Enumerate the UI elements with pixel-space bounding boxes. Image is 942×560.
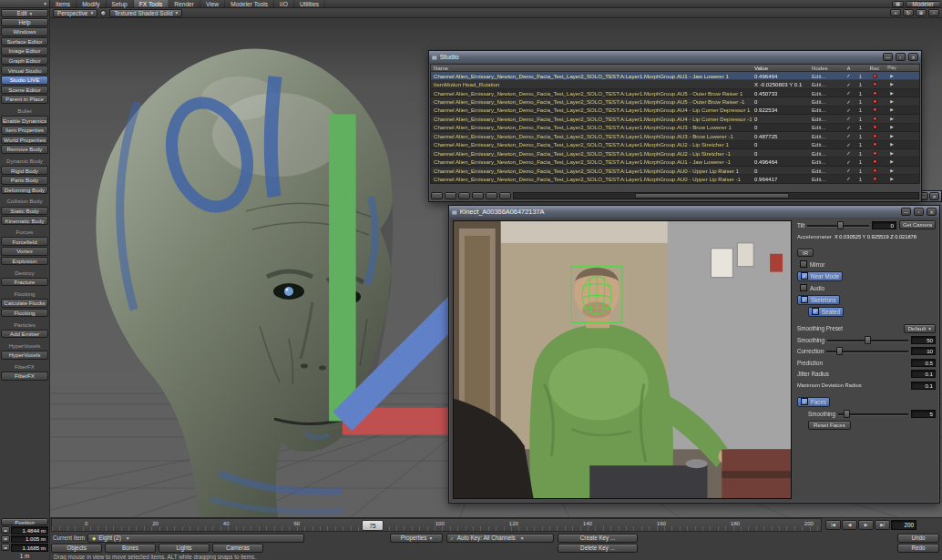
properties-button[interactable]: Properties — [390, 534, 443, 543]
table-row[interactable]: Channel Alien_Emissary_Newton_Demo_Facia… — [431, 158, 919, 166]
position-mode-button[interactable]: Position — [1, 518, 48, 525]
sidebar-item[interactable]: Parts Body — [1, 176, 48, 185]
position-z-field[interactable]: 1.1685 m — [11, 544, 48, 552]
position-x-field[interactable]: 1.4844 m — [11, 526, 48, 535]
check-icon[interactable]: ✓ — [843, 90, 855, 96]
active-column-header[interactable]: A — [843, 66, 855, 71]
modeler-button[interactable]: Modeler — [906, 1, 940, 7]
record-dot-icon[interactable] — [873, 107, 877, 112]
sidebar-item[interactable]: Studio LIVE — [1, 76, 48, 85]
nodes-edit-button[interactable]: Edit... — [812, 176, 843, 182]
play-icon[interactable]: ▶ — [883, 168, 901, 173]
sidebar-item[interactable]: Particles — [1, 320, 48, 329]
check-icon[interactable]: ✓ — [843, 116, 855, 121]
help-menu-button[interactable]: Help — [1, 18, 48, 26]
check-icon[interactable]: ✓ — [843, 125, 855, 130]
zoom-view-icon[interactable]: ⊕ — [916, 9, 927, 16]
sidebar-item[interactable]: Flocking — [1, 289, 48, 298]
checkbox-icon[interactable]: ✓ — [801, 272, 808, 280]
nodes-edit-button[interactable]: Edit... — [812, 168, 843, 174]
checkbox-icon[interactable]: ✓ — [812, 308, 819, 315]
check-icon[interactable]: ✓ — [843, 99, 855, 105]
record-dot-icon[interactable] — [873, 99, 877, 104]
check-icon[interactable]: ✓ — [843, 176, 855, 181]
rotate-view-icon[interactable]: ↻ — [903, 9, 914, 16]
studio-footer-button[interactable] — [499, 192, 511, 199]
minimize-icon[interactable]: — — [901, 208, 911, 216]
nodes-edit-button[interactable]: Edit... — [812, 150, 843, 157]
audio-checkbox[interactable]: Audio — [797, 283, 827, 293]
correction-value[interactable]: 10 — [911, 347, 936, 355]
studio-footer-button[interactable] — [472, 192, 484, 199]
close-icon[interactable]: ✕ — [927, 208, 937, 216]
menu-tab[interactable]: Setup — [107, 0, 134, 7]
pan-view-icon[interactable]: + — [890, 9, 901, 16]
slider-handle[interactable] — [844, 410, 850, 418]
create-key-button[interactable]: Create Key ... — [558, 534, 638, 543]
redo-button[interactable]: Redo — [897, 544, 939, 553]
get-camera-button[interactable]: Get Camera — [899, 220, 936, 229]
checkbox-icon[interactable]: ✓ — [801, 398, 808, 405]
kinect-titlebar[interactable]: ▤ Kinect_A00366A06472137A — ▫ ✕ — [449, 206, 939, 218]
record-dot-icon[interactable] — [873, 177, 877, 181]
record-cell[interactable] — [866, 142, 883, 147]
smoothing-value[interactable]: 50 — [911, 336, 936, 344]
close-icon[interactable]: ✕ — [908, 53, 918, 61]
studio-footer-button[interactable] — [431, 192, 443, 199]
record-cell[interactable] — [866, 107, 883, 112]
play-icon[interactable]: ▶ — [883, 107, 901, 112]
value-column-header[interactable]: Value — [752, 65, 812, 71]
sidebar-item[interactable]: Surface Editor — [1, 37, 48, 46]
nodes-edit-button[interactable]: Edit... — [812, 141, 843, 148]
slider-handle[interactable] — [836, 347, 843, 355]
ir-button[interactable]: IR — [797, 249, 814, 257]
play-column-header[interactable]: Play — [883, 66, 901, 70]
maximize-icon[interactable]: ▫ — [914, 208, 924, 216]
sidebar-item[interactable]: Flocking — [1, 309, 48, 318]
play-icon[interactable]: ▶ — [883, 125, 901, 129]
sidebar-item[interactable]: FiberFX — [1, 372, 48, 381]
table-row[interactable]: ItemMotion Head_Rotation X -0.0250803 Y … — [431, 80, 919, 88]
item-type-button[interactable]: Bones — [105, 544, 156, 553]
sidebar-item[interactable]: Windows — [1, 27, 48, 36]
play-icon[interactable]: ▶ — [883, 117, 901, 121]
record-cell[interactable] — [866, 177, 883, 181]
sidebar-item[interactable]: Calculate Flocks — [1, 299, 48, 308]
checkbox-icon[interactable] — [800, 260, 807, 268]
step-back-icon[interactable]: ◀ — [842, 520, 857, 530]
edit-menu-button[interactable]: Edit — [1, 9, 48, 17]
stepper-icon[interactable]: ◂▸ — [1, 544, 10, 551]
prediction-value[interactable]: 0.5 — [911, 359, 936, 367]
record-cell[interactable] — [866, 117, 883, 121]
table-row[interactable]: Channel Alien_Emissary_Newton_Demo_Facia… — [431, 175, 919, 183]
play-icon[interactable]: ▶ — [883, 134, 901, 138]
sidebar-item[interactable]: Virtual Studio — [1, 66, 48, 75]
sidebar-item[interactable]: Remove Body — [1, 145, 48, 154]
horizontal-scrollbar[interactable] — [513, 192, 919, 199]
nodes-edit-button[interactable]: Edit... — [812, 90, 843, 97]
item-type-button[interactable]: Objects — [51, 544, 102, 553]
record-cell[interactable] — [866, 168, 883, 173]
menu-tab[interactable]: Utilities — [294, 0, 325, 7]
record-cell[interactable] — [866, 82, 883, 87]
maximize-icon[interactable]: ▫ — [896, 53, 906, 61]
studio-footer-button[interactable] — [458, 192, 470, 199]
table-row[interactable]: Channel Alien_Emissary_Newton_Demo_Facia… — [431, 132, 919, 140]
slider-handle[interactable] — [837, 221, 844, 229]
stepper-icon[interactable]: ◂▸ — [1, 526, 10, 534]
play-icon[interactable]: ▶ — [883, 151, 901, 156]
sidebar-item[interactable]: Vortex — [1, 247, 48, 256]
sidebar-item[interactable]: Explosion — [1, 257, 48, 266]
rec-column-header[interactable]: Rec — [866, 65, 883, 71]
sidebar-item[interactable]: Enable Dynamics — [1, 116, 48, 125]
record-dot-icon[interactable] — [873, 82, 877, 87]
play-icon[interactable]: ▶ — [883, 177, 901, 181]
maximize-viewport-icon[interactable]: ▫ — [928, 9, 939, 16]
table-row[interactable]: Channel Alien_Emissary_Newton_Demo_Facia… — [431, 149, 919, 158]
auto-key-toggle[interactable]: ✓ Auto Key: All Channels — [446, 534, 554, 543]
nodes-edit-button[interactable]: Edit... — [812, 73, 843, 79]
check-icon[interactable]: ✓ — [843, 159, 855, 165]
menu-tab[interactable]: View — [200, 0, 225, 7]
menu-tab[interactable]: Modify — [77, 0, 106, 7]
sidebar-item[interactable]: Bullet — [1, 107, 48, 116]
